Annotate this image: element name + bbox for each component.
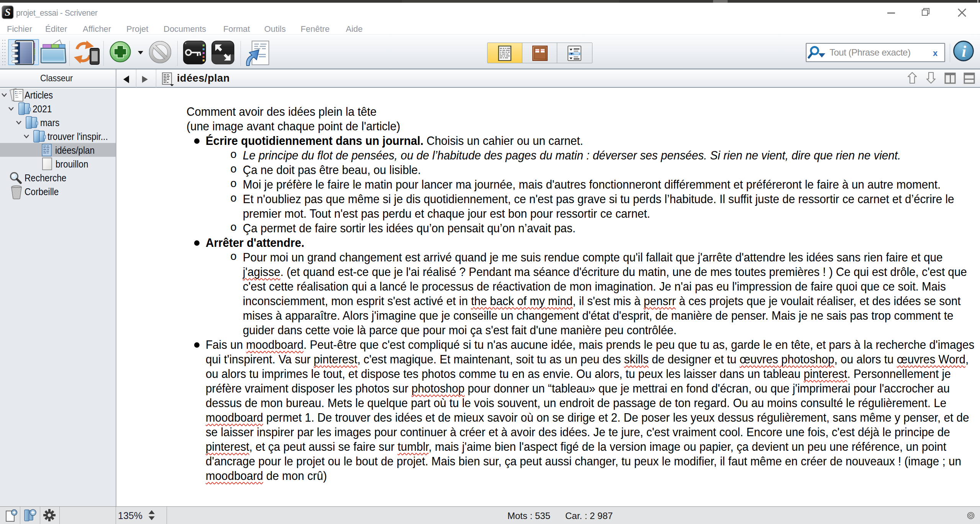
svg-text:S: S [5,6,11,18]
svg-text:i: i [962,43,966,60]
